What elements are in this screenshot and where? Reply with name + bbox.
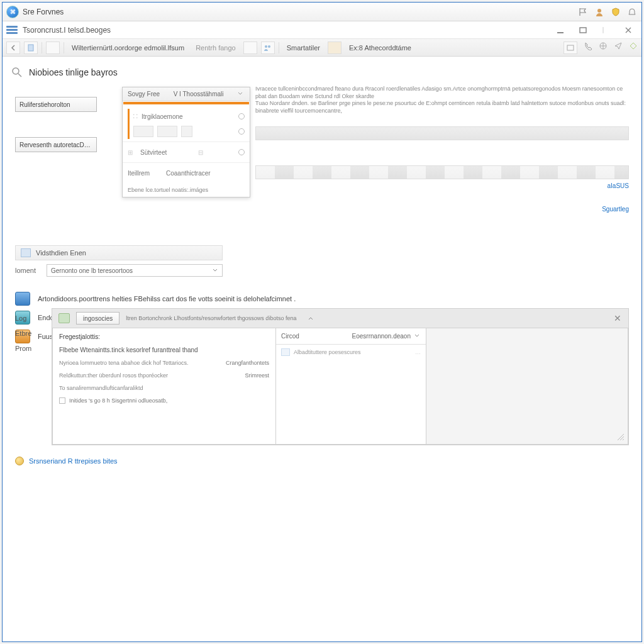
preview-popup: Sovgy Free V I Thoosstähmali ⸬ Itrgiklao… [122, 87, 250, 197]
minimize-icon[interactable] [556, 26, 565, 35]
side-button-2[interactable]: Rervesenth autoretacD… [15, 137, 97, 152]
popup-row-4b-label: Coaanthictracer [166, 170, 211, 177]
side-label-2[interactable]: Etbre [15, 330, 31, 337]
ellipsis-icon[interactable]: … [415, 349, 421, 355]
panel-desc: ltren Bortonchronk Llhostfonts/resonwfor… [126, 315, 296, 321]
thumbnail-icon [157, 126, 177, 137]
link-right-2[interactable]: Sguartleg [602, 206, 629, 213]
shield-icon[interactable] [610, 6, 621, 18]
panel-right-tab-a[interactable]: Circod [281, 333, 299, 340]
phone-icon[interactable] [584, 42, 592, 54]
radio-icon[interactable] [238, 149, 245, 155]
tool-button-2[interactable] [243, 42, 257, 54]
close-icon[interactable] [624, 26, 633, 35]
bottom-panel: ingosocies ltren Bortonchronk Llhostfont… [52, 308, 629, 445]
radio-icon[interactable] [238, 128, 245, 135]
search-icon [11, 67, 23, 78]
globe-icon[interactable] [599, 42, 608, 54]
section-header[interactable]: Vidsthdien Enen [15, 245, 223, 260]
send-icon[interactable] [614, 42, 623, 54]
chevron-down-icon[interactable] [237, 91, 245, 98]
svg-point-0 [597, 9, 601, 13]
svg-point-7 [265, 45, 267, 48]
users-icon[interactable] [261, 42, 275, 54]
popup-accent-bar [123, 102, 249, 104]
panel-right: Circod Eoesrrnannon.deaon Albadtituttere… [275, 328, 426, 445]
popup-row-3[interactable]: ⊞ Sütvirteet ⊟ [128, 145, 245, 160]
svg-line-12 [18, 74, 21, 77]
thumbnail-icon [181, 126, 192, 137]
panel-line-a: Nyrioea lommuetro tena abahoe dick hof T… [59, 360, 188, 366]
bell-icon[interactable] [626, 6, 638, 18]
popup-row-1[interactable]: ⸬ Itrgiklaoemone [133, 109, 245, 124]
tool-button-1[interactable] [46, 42, 60, 54]
field-select[interactable]: Gernonto one lb teresoortoos [47, 264, 223, 277]
desc-line-2: Tuao Nordanr dnden. se Barliner prge pin… [255, 100, 629, 114]
panel-left: Fregestjalottis: Flbebe Wtenaintts.tinck… [52, 328, 275, 445]
bottom-link[interactable]: Srsnseriand R ttrepises bites [29, 457, 118, 465]
back-button[interactable] [6, 42, 20, 54]
svg-rect-2 [580, 28, 586, 33]
panel-right-inner: Albadtituttere poesescures [294, 349, 361, 355]
gray-strip-2 [255, 165, 629, 179]
user-icon[interactable] [594, 6, 605, 18]
hamburger-icon[interactable] [6, 25, 19, 36]
panel-line-b: Reldkuttun:ther überdunl rosos thporéock… [59, 372, 168, 379]
status-dot-icon [15, 457, 24, 465]
menubar: Tsoroncrust.I telsd.beoges [3, 21, 641, 39]
panel-tab[interactable]: ingosocies [76, 312, 119, 325]
gray-strip-1 [255, 126, 629, 140]
checkbox-icon[interactable] [59, 397, 65, 404]
menu-title: Tsoroncrust.I telsd.beoges [23, 26, 111, 35]
window-icon[interactable] [564, 42, 577, 54]
page-icon[interactable] [24, 42, 38, 54]
section-icon [21, 248, 31, 257]
side-button-1[interactable]: Ruliferstiehorolton [15, 97, 97, 112]
field-label: loment [15, 267, 42, 274]
bottom-link-row: Srsnseriand R ttrepises bites [15, 457, 118, 465]
breadcrumb-4[interactable]: Ex:8 Athecorddtáme [345, 44, 415, 52]
breadcrumb-3[interactable]: Smartatiler [283, 44, 324, 52]
mini-icon [281, 348, 290, 356]
list-item-1[interactable]: Artondidoors.poorttrens helties FBehilss… [15, 289, 629, 308]
popup-header-left: Sovgy Free [128, 91, 160, 97]
side-label-1[interactable]: Log [15, 314, 31, 322]
thumbnail-icon [133, 126, 153, 137]
diamond-icon[interactable] [629, 42, 638, 54]
resize-icon[interactable] [616, 433, 625, 441]
panel-checkbox-row[interactable]: Initides 's go 8 h Sisgertnni odlueosatb… [59, 397, 269, 404]
app-icon: ⌘ [6, 6, 19, 18]
chevron-down-icon[interactable] [414, 333, 421, 340]
toolbar-sep [279, 42, 279, 53]
link-right-1[interactable]: aIaSUS [608, 182, 629, 189]
panel-left-sub: Flbebe Wtenaintts.tinck kesorlref furant… [59, 347, 269, 353]
field-value: Gernonto one lb teresoortoos [51, 267, 133, 274]
svg-rect-9 [567, 45, 574, 50]
svg-point-8 [268, 45, 270, 48]
toolbar: Wiltertiernürtl.oordorge edmolil.lfsum R… [3, 39, 641, 57]
popup-row-2[interactable] [133, 124, 245, 139]
close-icon[interactable]: ✕ [613, 314, 622, 323]
flag-icon[interactable] [577, 6, 589, 18]
side-label-3[interactable]: Prom [15, 345, 31, 352]
toolbar-sep [42, 42, 42, 53]
panel-line-a-right: Crangfanthontets [226, 360, 269, 366]
popup-row-4[interactable]: Iteillrem Coaanthictracer [128, 165, 245, 180]
svg-point-11 [13, 68, 19, 74]
radio-icon[interactable] [238, 113, 245, 119]
side-labels: Log Etbre Prom [15, 314, 31, 352]
panel-line-b-right: Srimreest [245, 372, 269, 379]
panel-line-c: To sanaliremmandlufticanfaraliktd [59, 385, 269, 391]
breadcrumb-2[interactable]: Rentrh fango [192, 44, 240, 52]
app-window: ⌘ Sre Forvnes Tsoroncrust.I telsd.beoges [2, 2, 642, 642]
chevron-up-icon[interactable] [306, 314, 315, 323]
panel-rest [426, 328, 628, 445]
panel-right-tab-b[interactable]: Eoesrrnannon.deaon [352, 333, 411, 340]
breadcrumb-1[interactable]: Wiltertiernürtl.oordorge edmolil.lfsum [68, 44, 188, 52]
content-area: Niobioes tinlige bayros Ruliferstiehorol… [3, 58, 641, 641]
tool-button-3[interactable] [328, 42, 341, 54]
panel-tab-label: ingosocies [83, 315, 113, 322]
maximize-icon[interactable] [579, 26, 587, 35]
popup-row-4a-label: Iteillrem [128, 170, 150, 177]
panel-checkbox-label: Initides 's go 8 h Sisgertnni odlueosatb… [69, 397, 167, 404]
